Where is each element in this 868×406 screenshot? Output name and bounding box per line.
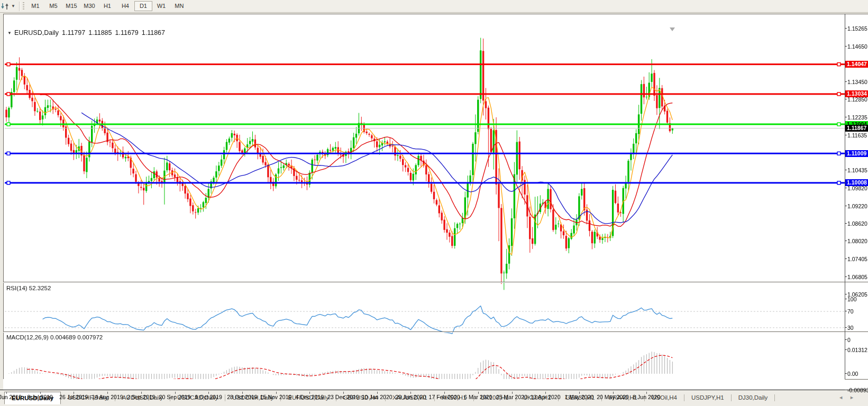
price-tick-label: 1.06805 [847,274,867,280]
tab-scroll-arrows: ◄► [838,395,861,400]
timeframe-button-h4[interactable]: H4 [116,1,134,11]
price-tick-label: 1.15265 [847,25,867,32]
price-line-tag: 1.14047 [845,61,868,68]
trading-terminal-window: ▼ M1M5M15M30H1H4D1W1MN ▼EURUSD,Daily1.11… [0,0,868,406]
date-tick-mark [579,392,580,394]
price-line-tag: 1.11009 [845,150,868,157]
rsi-tick-mark [845,327,847,328]
candlestick-chart-canvas[interactable] [3,26,845,392]
macd-indicator-label: MACD(12,26,9) 0.004689 0.007972 [6,334,103,340]
quote-open: 1.11797 [62,29,85,36]
price-tick-mark [845,188,847,188]
date-tick-mark [309,392,310,394]
chart-shift-marker-icon [670,27,675,31]
price-tick-mark [845,81,847,82]
date-tick-mark [410,392,411,394]
date-tick-mark [40,392,41,394]
date-tick-mark [444,392,445,394]
date-tick-mark [6,392,7,394]
price-tick-mark [845,294,847,294]
price-tick-label: 1.11635 [847,132,867,139]
price-tick-mark [845,46,847,47]
tab-separator [774,394,775,401]
toolbar-grip-handle[interactable] [23,2,24,11]
timeframe-button-d1[interactable]: D1 [134,1,152,11]
price-tick-mark [845,259,847,259]
timeframe-button-m30[interactable]: M30 [80,1,98,11]
price-tick-label: 1.07405 [847,256,867,262]
rsi-tick-mark [845,299,847,299]
quote-close: 1.11867 [142,29,165,36]
price-line-tag: 1.10008 [845,179,868,186]
price-tick-mark [845,135,847,135]
macd-tick-mark [845,373,847,374]
toolbar-dropdown-caret-icon[interactable]: ▼ [11,4,17,8]
price-tick-mark [845,117,847,117]
rsi-tick-label: 100 [847,296,857,302]
date-tick-mark [276,392,277,394]
quote-high: 1.11885 [88,29,112,36]
tab-scroll-right-icon[interactable]: ► [849,395,861,400]
panel-separator-highlight [3,332,868,333]
timeframe-button-h1[interactable]: H1 [98,1,116,11]
date-tick-mark [512,392,513,394]
rsi-tick-mark [845,339,847,340]
date-tick-mark [478,392,479,394]
date-tick-mark [74,392,74,394]
price-tick-mark [845,99,847,99]
arrows-icon [1,3,10,10]
chart-window: ▼EURUSD,Daily1.117971.118851.116791.1186… [0,13,868,406]
price-tick-mark [845,206,847,206]
date-tick-mark [107,392,108,394]
timeframe-toolbar: ▼ M1M5M15M30H1H4D1W1MN [0,0,868,13]
date-tick-label: 8 Jun 2020 [627,394,666,400]
timeframe-button-m15[interactable]: M15 [62,1,80,11]
rsi-tick-label: 70 [847,308,854,315]
panel-separator-highlight [3,282,868,283]
price-tick-label: 1.08020 [847,238,867,244]
price-tick-label: 1.08620 [847,220,867,227]
date-tick-mark [613,392,614,394]
current-price-tag: 1.11867 [845,125,868,132]
date-tick-mark [343,392,344,394]
timeframe-button-w1[interactable]: W1 [152,1,170,11]
price-line-tag: 1.13034 [845,90,868,97]
timeframe-button-group: M1M5M15M30H1H4D1W1MN [26,1,188,11]
date-tick-mark [141,392,142,394]
tab-scroll-left-icon[interactable]: ◄ [838,395,849,400]
time-axis[interactable] [3,379,845,390]
price-tick-mark [845,241,847,241]
rsi-tick-label: 0 [847,337,851,343]
timeframe-button-m1[interactable]: M1 [26,1,44,11]
price-tick-label: 1.10435 [847,167,867,173]
macd-tick-mark [845,349,847,350]
price-tick-label: 1.12235 [847,114,867,121]
macd-tick-label: -0.008933 [847,387,868,393]
date-tick-mark [208,392,209,394]
chart-menu-caret-icon[interactable]: ▼ [7,31,12,35]
date-tick-mark [545,392,546,394]
chart-tools-icon[interactable] [0,2,11,11]
date-tick-mark [242,392,243,394]
price-tick-label: 1.14650 [847,43,867,50]
date-tick-mark [646,392,647,394]
price-tick-label: 1.09220 [847,203,867,209]
chart-quote-line: ▼EURUSD,Daily1.117971.118851.116791.1186… [7,29,168,36]
price-tick-label: 1.13450 [847,79,867,85]
price-tick-mark [845,28,847,29]
timeframe-button-m5[interactable]: M5 [44,1,62,11]
macd-tick-label: 0.013121 [847,347,868,353]
date-tick-mark [377,392,378,394]
chart-tab-usdjpy-h1[interactable]: USDJPY,H1 [684,392,731,403]
rsi-tick-label: 30 [847,325,854,331]
date-tick-mark [175,392,176,394]
toolbar-separator [19,2,20,11]
chart-tab-dj30-daily[interactable]: DJ30,Daily [732,392,775,403]
price-tick-mark [845,276,847,277]
timeframe-button-mn[interactable]: MN [170,1,188,11]
price-tick-mark [845,223,847,224]
macd-tick-label: 0.00 [847,371,858,377]
symbol-period-label: EURUSD,Daily [14,29,59,36]
price-tick-mark [845,170,847,170]
macd-tick-mark [845,390,847,390]
